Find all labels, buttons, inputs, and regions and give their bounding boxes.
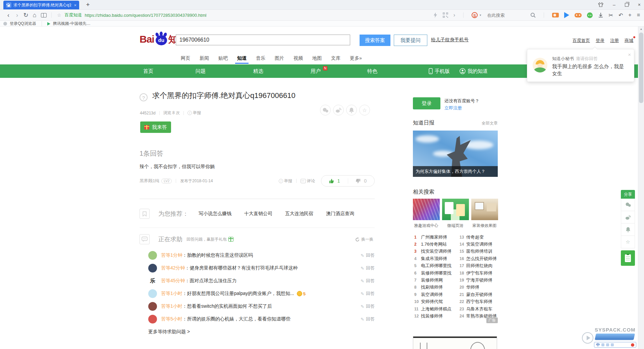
daily-caption[interactable]: 为何东方偏好集体，西方崇尚个人？ xyxy=(413,166,498,177)
top-link[interactable]: 注册 xyxy=(610,38,619,44)
favorite-star-icon[interactable]: ☆ xyxy=(359,105,370,115)
answer-row-button[interactable]: ✎ 回答 xyxy=(361,291,375,297)
thumbnail-caption[interactable]: 雅趣游戏中心 xyxy=(413,223,440,229)
nav-item[interactable]: 特色 xyxy=(367,64,377,78)
weibo-share-icon[interactable] xyxy=(333,105,344,115)
seeking-question[interactable]: ：面对点球怎么顶住压力 xyxy=(185,278,237,284)
popup-close-icon[interactable]: × xyxy=(628,52,631,57)
nav-item[interactable]: 我的知道 xyxy=(460,64,488,78)
engine-caret-icon[interactable]: ▾ xyxy=(480,13,481,17)
product-tab[interactable]: 网页 xyxy=(181,55,190,61)
product-tab[interactable]: 知道 xyxy=(237,55,247,61)
invite-message[interactable]: 我手脚上的毛很多 怎么办，我是女生 xyxy=(552,63,629,77)
thumbnail-caption[interactable]: 微端页游 xyxy=(442,223,469,229)
answer-row-button[interactable]: ✎ 回答 xyxy=(361,303,375,309)
address-url[interactable]: https://zhidao.baidu.com/question/170772… xyxy=(85,13,207,18)
nav-item[interactable]: 精选 xyxy=(253,64,263,78)
scroll-up-arrow[interactable]: ▲ xyxy=(638,27,644,32)
rank-item[interactable]: 23 乌鲁木齐租车 xyxy=(460,305,497,312)
undo-icon[interactable]: ↶ xyxy=(619,12,623,18)
refresh-icon[interactable]: ↻ xyxy=(21,11,30,19)
rank-item[interactable]: 13 传奇超变 xyxy=(460,234,497,241)
add-icon[interactable]: + xyxy=(628,12,631,18)
answer-row-button[interactable]: ✎ 回答 xyxy=(361,278,375,284)
bell-icon[interactable] xyxy=(346,105,357,115)
rank-item[interactable]: 18 伊宁包车师傅 xyxy=(460,269,497,277)
toolbar-search-input[interactable] xyxy=(487,12,525,18)
seeking-row[interactable]: 乐 苦等45分钟 ：面对点球怎么顶住压力 ✎ 回答 xyxy=(148,275,375,287)
menu-icon[interactable]: ≡ xyxy=(637,12,640,18)
daily-article-image[interactable]: 为何东方偏好集体，西方崇尚个人？ xyxy=(413,131,498,177)
rank-item[interactable]: 21 蒙自开锁师傅 xyxy=(460,291,497,298)
product-tab[interactable]: 地图 xyxy=(312,55,322,61)
thumbnail-caption[interactable]: 家装修效果图 xyxy=(471,223,498,229)
bookmark-login-qq[interactable]: 登录QQ浏览器 xyxy=(10,21,36,27)
thumbs-up-button[interactable]: 1 xyxy=(321,178,348,184)
wechat-share-icon[interactable] xyxy=(320,105,331,115)
search-engine-icon[interactable]: S xyxy=(472,12,478,18)
expand-chevron-icon[interactable]: › xyxy=(453,12,455,18)
product-tab[interactable]: 图片 xyxy=(275,55,284,61)
home-icon[interactable]: ⌂ xyxy=(30,12,39,19)
seeking-row[interactable]: 苦等1小时 ：好朋友想用我公司注册palpay的商业账户，我想知... 5 ✎ … xyxy=(148,287,375,300)
rank-item[interactable]: 14 安装空调师傅 xyxy=(460,241,497,248)
new-tab-button[interactable]: + xyxy=(84,0,92,9)
seeking-row[interactable]: 苦等5小时 ：所谓的娱乐圈的心机婊，大汇总，看看你知道哪些 ✎ 回答 xyxy=(148,313,375,326)
daily-all-link[interactable]: 全部文章 xyxy=(482,120,498,126)
thumbnail-home-decor[interactable] xyxy=(471,199,498,220)
rank-item[interactable]: 16 怎么找开锁师傅 xyxy=(460,255,497,262)
recommend-link[interactable]: 写小说怎么赚钱 xyxy=(199,211,231,217)
ime-toolbar[interactable]: 中 xyxy=(594,342,636,348)
thumbs-down-button[interactable]: 0 xyxy=(348,178,375,184)
rank-item[interactable]: 19 宁海开锁师傅 xyxy=(460,277,497,284)
secretary-name[interactable]: 知道小秘书 xyxy=(552,56,574,61)
seeking-question[interactable]: ：想看看switch的实机画面如何 不想买了后 xyxy=(182,303,272,309)
seeking-question[interactable]: ：健身房里都有哪些器材？有没有打羽毛球乒乓球这种 xyxy=(185,265,298,271)
scrollbar-thumb[interactable] xyxy=(639,33,643,103)
bookmark-tencent-video[interactable]: 腾讯视频-中国领先… xyxy=(53,21,91,27)
answer-report-link[interactable]: 举报 xyxy=(279,178,292,184)
report-link[interactable]: 举报 xyxy=(187,110,201,116)
rank-item[interactable]: 3 找安装空调师傅 xyxy=(414,248,451,255)
back-icon[interactable]: ‹ xyxy=(4,12,13,19)
seeking-row[interactable]: 苦等1小时 ：想看看switch的实机画面如何 不想买了后 ✎ 回答 xyxy=(148,300,375,313)
product-tab[interactable]: 更多» xyxy=(350,55,362,61)
wechat-icon[interactable] xyxy=(587,12,593,18)
rank-item[interactable]: 8 找刷墙师傅 xyxy=(414,284,451,291)
video-icon[interactable] xyxy=(552,13,559,17)
rank-item[interactable]: 22 西宁包车师傅 xyxy=(460,298,497,305)
rank-item[interactable]: 9 装空调师傅 xyxy=(414,291,451,298)
nav-item[interactable]: 首页 xyxy=(143,64,153,78)
ask-question-button[interactable]: 我要提问 xyxy=(394,35,427,46)
question-search-input[interactable] xyxy=(176,35,350,45)
product-tab[interactable]: 贴吧 xyxy=(218,55,228,61)
refresh-button[interactable]: 换一换 xyxy=(355,237,373,242)
rank-item[interactable]: 4 集成吊顶师傅 xyxy=(414,255,451,262)
search-magnifier-icon[interactable] xyxy=(530,12,536,18)
rank-item[interactable]: 15 面包师傅培训 xyxy=(460,248,497,255)
nav-item[interactable]: 用户 N xyxy=(311,64,327,78)
seeking-row[interactable]: 苦等42分钟 ：健身房里都有哪些器材？有没有打羽毛球乒乓球这种 ✎ 回答 xyxy=(148,262,375,275)
rank-item[interactable]: 17 田师傅红烧肉 xyxy=(460,262,497,269)
rank-item[interactable]: 11 上海鲍师傅糕点 xyxy=(414,305,451,312)
answer-author[interactable]: 黑界顾1纯 xyxy=(140,178,159,184)
recommend-link[interactable]: 五大连池民宿 xyxy=(285,211,313,217)
site-label[interactable]: 百度知道 xyxy=(65,12,82,18)
flash-icon[interactable] xyxy=(434,12,437,18)
top-link[interactable]: 百度首页 xyxy=(573,38,590,44)
thumbnail-web-game[interactable] xyxy=(442,199,469,220)
recommend-link[interactable]: 澳门酒店查询 xyxy=(326,211,354,217)
rank-item[interactable]: 12 找装修师傅 xyxy=(414,312,451,319)
top-link[interactable]: 商城 xyxy=(625,38,633,44)
survey-button[interactable] xyxy=(621,250,635,266)
rail-weibo-icon[interactable] xyxy=(621,211,635,223)
search-answer-button[interactable]: 搜索答案 xyxy=(360,35,390,46)
minimize-button[interactable]: – xyxy=(613,2,615,7)
restore-button[interactable] xyxy=(625,3,629,7)
more-seeking-link[interactable]: 更多等待求助问题 > xyxy=(148,329,190,335)
login-button[interactable]: 登录 xyxy=(413,97,440,109)
nav-item[interactable]: 手机版 xyxy=(429,64,450,78)
answer-row-button[interactable]: ✎ 回答 xyxy=(361,316,375,322)
answer-button[interactable]: 我来答 xyxy=(140,121,171,133)
recommend-link[interactable]: 十大直销公司 xyxy=(244,211,272,217)
